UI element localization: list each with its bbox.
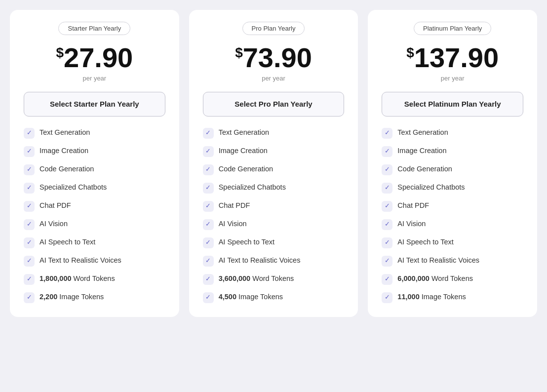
feature-text: AI Text to Realistic Voices <box>219 255 301 265</box>
list-item: ✓AI Vision <box>203 219 345 230</box>
feature-text: Image Creation <box>397 146 446 156</box>
list-item: ✓AI Speech to Text <box>203 237 345 248</box>
feature-text: Image Creation <box>219 146 268 156</box>
plan-card-platinum: Platinum Plan Yearly$137.90per yearSelec… <box>368 10 537 317</box>
feature-text: AI Vision <box>219 219 247 229</box>
check-icon: ✓ <box>24 201 35 212</box>
check-icon: ✓ <box>203 237 214 248</box>
feature-text: Code Generation <box>219 164 273 174</box>
list-item: ✓AI Vision <box>382 219 523 230</box>
check-icon: ✓ <box>382 164 392 175</box>
feature-text: Code Generation <box>39 164 94 174</box>
price-period-starter: per year <box>24 75 165 82</box>
select-button-platinum[interactable]: Select Platinum Plan Yearly <box>382 92 523 117</box>
list-item: ✓Code Generation <box>382 164 523 175</box>
list-item: ✓Chat PDF <box>382 200 523 212</box>
check-icon: ✓ <box>24 237 35 248</box>
price-amount-platinum: $137.90 <box>382 44 523 72</box>
list-item: ✓Code Generation <box>24 164 165 175</box>
plans-container: Starter Plan Yearly$27.90per yearSelect … <box>10 10 537 317</box>
check-icon: ✓ <box>203 274 214 285</box>
plan-card-pro: Pro Plan Yearly$73.90per yearSelect Pro … <box>189 10 358 317</box>
feature-text: AI Vision <box>397 219 426 229</box>
price-area-pro: $73.90 <box>203 44 345 72</box>
price-amount-pro: $73.90 <box>203 44 345 72</box>
check-icon: ✓ <box>24 219 35 230</box>
list-item: ✓AI Speech to Text <box>24 237 165 248</box>
check-icon: ✓ <box>382 201 392 212</box>
check-icon: ✓ <box>203 128 214 139</box>
price-area-platinum: $137.90 <box>382 44 523 72</box>
feature-text: 11,000 Image Tokens <box>397 292 466 302</box>
check-icon: ✓ <box>24 274 35 285</box>
feature-text: AI Speech to Text <box>39 237 95 247</box>
features-list-starter: ✓Text Generation✓Image Creation✓Code Gen… <box>24 127 165 303</box>
check-icon: ✓ <box>382 237 392 248</box>
check-icon: ✓ <box>203 201 214 212</box>
check-icon: ✓ <box>24 256 35 267</box>
list-item: ✓AI Speech to Text <box>382 237 523 248</box>
list-item: ✓Chat PDF <box>203 200 345 212</box>
plan-badge-platinum: Platinum Plan Yearly <box>414 22 491 35</box>
list-item: ✓AI Text to Realistic Voices <box>203 255 345 267</box>
check-icon: ✓ <box>382 256 392 267</box>
check-icon: ✓ <box>382 274 392 285</box>
list-item: ✓Specialized Chatbots <box>382 182 523 194</box>
price-amount-starter: $27.90 <box>24 44 165 72</box>
list-item: ✓3,600,000 Word Tokens <box>203 274 345 285</box>
check-icon: ✓ <box>382 128 392 139</box>
feature-text: 1,800,000 Word Tokens <box>39 274 115 283</box>
price-area-starter: $27.90 <box>24 44 165 72</box>
list-item: ✓Text Generation <box>24 127 165 139</box>
feature-text: Image Creation <box>39 146 88 156</box>
check-icon: ✓ <box>24 164 35 175</box>
feature-text: AI Speech to Text <box>219 237 274 247</box>
list-item: ✓AI Text to Realistic Voices <box>382 255 523 267</box>
feature-text: Chat PDF <box>219 200 250 210</box>
check-icon: ✓ <box>382 146 392 157</box>
check-icon: ✓ <box>24 292 35 303</box>
list-item: ✓Image Creation <box>382 146 523 157</box>
list-item: ✓AI Text to Realistic Voices <box>24 255 165 267</box>
feature-text: Chat PDF <box>39 200 71 210</box>
list-item: ✓Image Creation <box>24 146 165 157</box>
feature-text: 3,600,000 Word Tokens <box>219 274 294 283</box>
feature-text: Text Generation <box>219 127 269 137</box>
list-item: ✓Specialized Chatbots <box>203 182 345 194</box>
list-item: ✓6,000,000 Word Tokens <box>382 274 523 285</box>
feature-text: Code Generation <box>397 164 452 174</box>
list-item: ✓Specialized Chatbots <box>24 182 165 194</box>
check-icon: ✓ <box>24 183 35 194</box>
feature-text: Specialized Chatbots <box>219 182 286 192</box>
features-list-platinum: ✓Text Generation✓Image Creation✓Code Gen… <box>382 127 523 303</box>
check-icon: ✓ <box>382 183 392 194</box>
price-period-pro: per year <box>203 75 345 82</box>
feature-text: 6,000,000 Word Tokens <box>397 274 473 283</box>
list-item: ✓4,500 Image Tokens <box>203 292 345 303</box>
check-icon: ✓ <box>203 183 214 194</box>
check-icon: ✓ <box>203 164 214 175</box>
list-item: ✓Text Generation <box>203 127 345 139</box>
feature-text: 4,500 Image Tokens <box>219 292 283 302</box>
price-period-platinum: per year <box>382 75 523 82</box>
select-button-starter[interactable]: Select Starter Plan Yearly <box>24 92 165 117</box>
list-item: ✓1,800,000 Word Tokens <box>24 274 165 285</box>
feature-text: Specialized Chatbots <box>39 182 107 192</box>
check-icon: ✓ <box>203 292 214 303</box>
list-item: ✓Text Generation <box>382 127 523 139</box>
check-icon: ✓ <box>203 256 214 267</box>
plan-badge-pro: Pro Plan Yearly <box>242 22 305 35</box>
plan-badge-starter: Starter Plan Yearly <box>58 22 130 35</box>
feature-text: AI Speech to Text <box>397 237 453 247</box>
feature-text: Text Generation <box>39 127 90 137</box>
list-item: ✓AI Vision <box>24 219 165 230</box>
list-item: ✓2,200 Image Tokens <box>24 292 165 303</box>
feature-text: AI Text to Realistic Voices <box>397 255 479 265</box>
feature-text: Specialized Chatbots <box>397 182 465 192</box>
feature-text: Text Generation <box>397 127 448 137</box>
check-icon: ✓ <box>203 146 214 157</box>
list-item: ✓Image Creation <box>203 146 345 157</box>
list-item: ✓Code Generation <box>203 164 345 175</box>
check-icon: ✓ <box>24 128 35 139</box>
select-button-pro[interactable]: Select Pro Plan Yearly <box>203 92 345 117</box>
